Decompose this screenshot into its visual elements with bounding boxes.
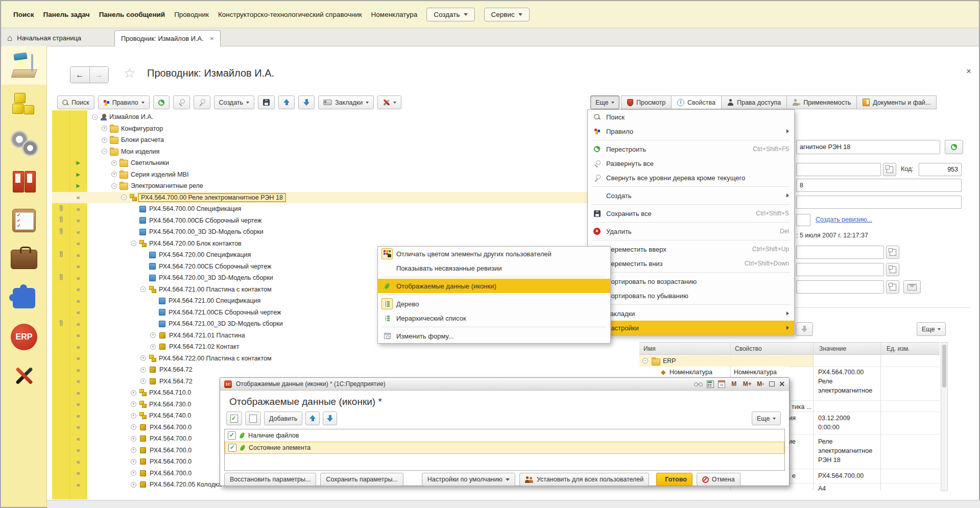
- tree-row[interactable]: +Конфигуратор: [52, 123, 617, 135]
- collapse-node-icon[interactable]: −: [111, 183, 117, 189]
- sidebar-item-erp[interactable]: ERP: [2, 318, 46, 356]
- designation-field[interactable]: 8: [796, 179, 962, 192]
- toolbar-button-up[interactable]: [278, 95, 295, 109]
- dialog-button-5[interactable]: Отмена: [697, 473, 740, 486]
- dialog-titlebar[interactable]: 1C Отображаемые данные (иконки) * (1С:Пр…: [220, 378, 789, 391]
- revision-field[interactable]: [796, 214, 810, 226]
- tree-row[interactable]: «−РХ4.564.700.00 Реле электромагнитное Р…: [52, 192, 617, 204]
- dialog-button-0[interactable]: Восстановить параметры...: [224, 473, 316, 486]
- open-parent-button[interactable]: [883, 163, 896, 176]
- description-field[interactable]: [796, 196, 962, 209]
- collapse-node-icon[interactable]: −: [642, 358, 648, 364]
- move-down-button[interactable]: [323, 412, 337, 425]
- expand-node-icon[interactable]: +: [131, 390, 136, 396]
- more-menu-item-4[interactable]: Развернуть все: [588, 156, 794, 171]
- more-menu-item-7[interactable]: Создать: [588, 188, 794, 203]
- tree-row[interactable]: ▶+Серия изделий MBI: [52, 169, 617, 181]
- name-field[interactable]: агнитное РЭН 18: [796, 140, 940, 154]
- menubar-item-1[interactable]: Панель задач: [43, 11, 90, 18]
- tab-explorer-active[interactable]: Проводник: Измайлов И.А. ×: [114, 30, 221, 46]
- memory-mminus-button[interactable]: M-: [756, 379, 765, 389]
- tree-row[interactable]: «+РХ4.564.722.00 Пластина с контактом: [52, 353, 617, 365]
- toolbar-button-down[interactable]: [298, 95, 315, 109]
- sidebar-item-puzzle[interactable]: [2, 279, 46, 318]
- tree-row[interactable]: «РХ4.564.700.00СБ Сборочный чертеж: [52, 215, 617, 227]
- open-button-3[interactable]: [886, 280, 899, 294]
- tab-home[interactable]: ⌂ Начальная страница: [7, 31, 81, 44]
- more-button[interactable]: Еще: [590, 95, 619, 109]
- panel-tab-2[interactable]: Права доступа: [722, 95, 787, 109]
- settings-menu-item-6[interactable]: Иерархический список: [378, 311, 610, 325]
- mail-button[interactable]: [903, 280, 921, 294]
- back-button[interactable]: ←: [70, 67, 90, 83]
- menubar-item-2[interactable]: Панель сообщений: [99, 11, 165, 18]
- expand-node-icon[interactable]: +: [131, 470, 136, 476]
- expand-node-icon[interactable]: +: [131, 482, 136, 488]
- expand-node-icon[interactable]: +: [111, 160, 117, 166]
- column-header-col2[interactable]: Свойство: [735, 345, 762, 352]
- tree-row[interactable]: «+РХ4.564.72: [52, 364, 617, 376]
- tree-row[interactable]: ▶+Светильники: [52, 157, 617, 169]
- more-menu-item-13[interactable]: Переместить вверхCtrl+Shift+Up: [588, 242, 794, 256]
- tree-row[interactable]: −Мои изделия: [52, 146, 617, 158]
- collapse-node-icon[interactable]: −: [131, 240, 136, 246]
- uncheck-all-button[interactable]: [245, 412, 261, 425]
- forward-button[interactable]: →: [90, 67, 109, 83]
- panel-tab-3[interactable]: Применяемость: [787, 95, 857, 109]
- table-more-button[interactable]: Еще: [917, 322, 946, 336]
- favorite-star-icon[interactable]: ☆: [124, 65, 135, 81]
- dialog-button-2[interactable]: Настройки по умолчанию: [422, 473, 515, 486]
- more-menu-item-9[interactable]: Сохранить всеCtrl+Shift+S: [588, 206, 794, 221]
- dialog-button-4[interactable]: Готово: [656, 473, 692, 486]
- link-icon[interactable]: [694, 382, 703, 386]
- more-menu-item-3[interactable]: ПерестроитьCtrl+Shift+F5: [588, 142, 794, 156]
- tree-row[interactable]: «РХ4.564.700.00_3D 3D-Модель сборки: [52, 226, 617, 238]
- toolbar-button-создать[interactable]: Создать: [214, 95, 255, 109]
- expand-node-icon[interactable]: +: [150, 332, 156, 338]
- menubar-button-1[interactable]: Сервис: [484, 8, 530, 21]
- more-menu-item-5[interactable]: Свернуть все уровни дерева кроме текущег…: [588, 171, 794, 185]
- menubar-item-5[interactable]: Номенклатура: [371, 11, 418, 18]
- expand-node-icon[interactable]: +: [111, 172, 117, 177]
- settings-menu-item-5[interactable]: Дерево: [378, 297, 610, 311]
- expand-node-icon[interactable]: +: [140, 355, 146, 361]
- toolbar-button-правило[interactable]: Правило: [98, 95, 150, 109]
- more-menu-item-14[interactable]: Переместить внизCtrl+Shift+Down: [588, 256, 794, 271]
- more-menu-item-16[interactable]: Сортировать по возрастанию: [588, 274, 794, 288]
- tree-row[interactable]: −Измайлов И.А.: [52, 111, 617, 123]
- collapse-node-icon[interactable]: −: [102, 149, 107, 154]
- table-scrollbar[interactable]: [941, 342, 948, 491]
- tree-row[interactable]: +Блоки расчета: [52, 134, 617, 146]
- more-menu-item-17[interactable]: Сортировать по убыванию: [588, 288, 794, 303]
- column-header-col1[interactable]: Имя: [643, 345, 655, 352]
- menubar-item-0[interactable]: Поиск: [13, 11, 34, 18]
- expand-node-icon[interactable]: +: [131, 436, 136, 442]
- sidebar-item-gears[interactable]: [2, 124, 46, 162]
- more-menu-item-19[interactable]: Закладки: [588, 306, 794, 321]
- sidebar-item-tasks[interactable]: [2, 201, 46, 240]
- expand-node-icon[interactable]: +: [131, 413, 136, 419]
- dialog-close-icon[interactable]: ✕: [779, 380, 785, 388]
- checkbox[interactable]: ✓: [228, 431, 236, 440]
- sidebar-item-components[interactable]: [2, 85, 46, 124]
- menubar-item-4[interactable]: Конструкторско-технологический справочни…: [218, 11, 362, 18]
- dialog-more-button[interactable]: Еще: [752, 412, 781, 425]
- expand-node-icon[interactable]: +: [102, 137, 107, 143]
- dialog-button-1[interactable]: Сохранить параметры...: [320, 473, 403, 486]
- nomenclature-name[interactable]: Номенклатура: [670, 369, 712, 376]
- toolbar-button-закладки[interactable]: Закладки: [318, 95, 374, 109]
- checkbox[interactable]: ✓: [228, 444, 236, 452]
- parent-field[interactable]: [796, 163, 881, 176]
- expand-node-icon[interactable]: +: [131, 447, 136, 453]
- panel-tab-4[interactable]: Документы и фай...: [857, 95, 937, 109]
- toolbar-button-поиск[interactable]: Поиск: [57, 95, 94, 109]
- create-revision-link[interactable]: Создать ревизию...: [816, 216, 872, 223]
- collapse-node-icon[interactable]: −: [92, 114, 98, 120]
- memory-m-button[interactable]: M: [729, 379, 738, 389]
- open-button-2[interactable]: [886, 263, 899, 276]
- sidebar-item-briefcase[interactable]: [2, 240, 46, 279]
- check-all-button[interactable]: [226, 412, 242, 425]
- more-menu-item-0[interactable]: Поиск: [588, 110, 794, 124]
- collapse-node-icon[interactable]: −: [121, 195, 127, 200]
- table-move-down-button[interactable]: [796, 322, 813, 336]
